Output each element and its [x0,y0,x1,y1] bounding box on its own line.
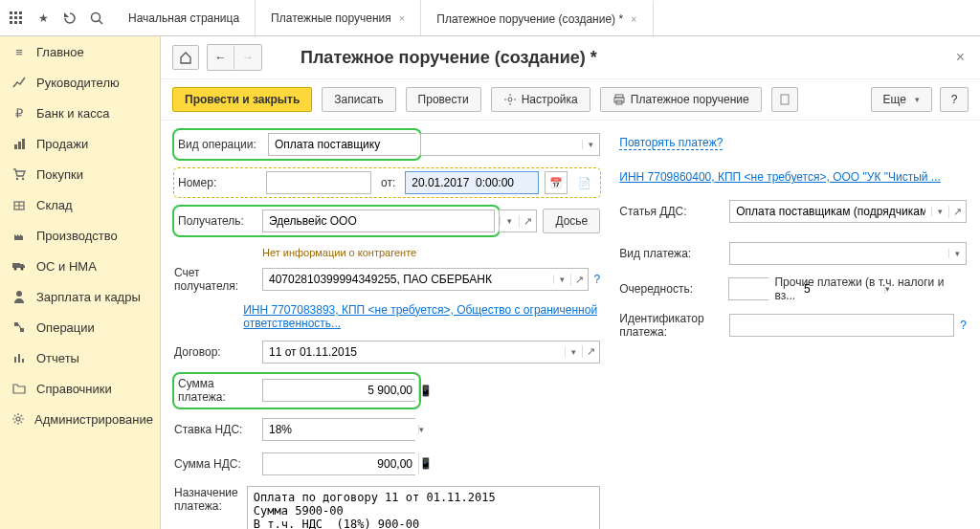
more-button[interactable]: Еще▾ [871,87,932,112]
sidebar-item-operations[interactable]: Операции [0,312,160,342]
help-icon[interactable]: ? [960,319,967,332]
paytype-label: Вид платежа: [619,247,729,260]
tab-label: Платежные поручения [271,11,391,25]
dropdown-icon[interactable]: ▾ [500,216,519,226]
menu-icon: ≡ [11,44,27,59]
from-label: от: [381,176,395,189]
op-ext-input[interactable] [421,134,582,155]
sidebar-item-label: Покупки [36,167,83,182]
recipient-input[interactable] [263,210,494,231]
chart-icon [11,75,27,90]
account-input[interactable] [263,269,553,290]
date-input[interactable] [405,171,539,194]
btn-label: Записать [334,93,383,106]
dropdown-icon[interactable]: ▾ [553,275,570,284]
open-icon[interactable]: ↗ [948,206,966,218]
home-button[interactable] [172,45,199,70]
close-button[interactable]: × [952,45,969,70]
sidebar-item-bank[interactable]: ₽Банк и касса [0,98,160,128]
sidebar-item-sales[interactable]: Продажи [0,128,160,159]
op-input[interactable] [269,134,424,155]
bankinfo-link[interactable]: ИНН 7707083893, КПП <не требуется>, Обще… [243,303,600,330]
calc-icon[interactable]: 📱 [418,380,433,401]
tab-payments[interactable]: Платежные поручения× [256,0,421,35]
dropdown-icon[interactable]: ▾ [418,425,424,434]
gear-icon [503,93,517,106]
sidebar-item-reports[interactable]: Отчеты [0,342,160,373]
btn-label: Досье [555,214,588,228]
repeat-link[interactable]: Повторять платеж? [619,136,723,150]
star-icon[interactable]: ★ [34,10,52,27]
toolbar: Провести и закрыть Записать Провести Нас… [161,79,980,121]
svg-point-22 [16,291,22,297]
help-icon[interactable]: ? [594,273,601,286]
tab-home[interactable]: Начальная страница [113,0,256,35]
svg-rect-27 [18,354,20,363]
doc-icon[interactable]: 📄 [573,171,596,194]
post-and-close-button[interactable]: Провести и закрыть [172,87,312,112]
payid-input[interactable] [729,314,954,337]
svg-rect-8 [19,21,22,24]
settings-button[interactable]: Настройка [491,87,590,112]
print-pp-button[interactable]: Платежное поручение [600,87,762,112]
chevron-down-icon: ▾ [915,95,920,104]
search-icon[interactable] [88,10,105,27]
sidebar-item-production[interactable]: Производство [0,220,160,251]
sidebar-item-assets[interactable]: ОС и НМА [0,251,160,281]
close-icon[interactable]: × [631,13,636,25]
vatsum-label: Сумма НДС: [174,457,262,471]
sidebar-item-manager[interactable]: Руководителю [0,67,160,98]
sum-input[interactable] [263,380,418,401]
svg-point-15 [22,178,24,180]
sidebar-item-warehouse[interactable]: Склад [0,189,160,220]
sidebar-item-label: Справочники [36,382,112,396]
bank-icon: ₽ [11,105,27,121]
svg-rect-7 [14,21,17,24]
vatrate-input[interactable] [263,419,418,440]
attach-button[interactable] [771,87,798,112]
dds-input[interactable] [730,201,931,222]
doc-header: ← → Платежное поручение (создание) * × [161,36,980,79]
orginfo-link[interactable]: ИНН 7709860400, КПП <не требуется>, ООО … [619,170,941,184]
calc-icon[interactable]: 📱 [418,453,433,474]
sidebar-item-main[interactable]: ≡Главное [0,36,160,67]
dropdown-icon[interactable]: ▾ [565,347,582,357]
calendar-icon[interactable]: 📅 [545,171,568,194]
svg-rect-4 [14,16,17,19]
open-icon[interactable]: ↗ [582,345,599,358]
dropdown-icon[interactable]: ▾ [582,140,599,149]
svg-point-9 [92,12,100,21]
dropdown-icon[interactable]: ▾ [931,207,948,216]
sidebar-item-admin[interactable]: Администрирование [0,404,160,434]
help-button[interactable]: ? [940,87,969,112]
purpose-textarea[interactable] [247,486,600,529]
post-button[interactable]: Провести [406,87,481,112]
close-icon[interactable]: × [399,12,405,24]
payid-label: Идентификатор платежа: [619,312,729,340]
svg-rect-2 [19,11,22,14]
svg-rect-5 [19,16,22,19]
number-input[interactable] [266,171,371,194]
save-button[interactable]: Записать [322,87,395,112]
vatsum-input[interactable] [263,453,418,474]
sidebar-item-catalogs[interactable]: Справочники [0,373,160,404]
topbar-icons: ★ [0,0,113,35]
dossier-button[interactable]: Досье [543,209,600,233]
recipient-label: Получатель: [178,214,258,228]
open-icon[interactable]: ↗ [519,215,536,228]
back-button[interactable]: ← [208,45,234,70]
paytype-input[interactable] [730,243,948,264]
sidebar-item-hr[interactable]: Зарплата и кадры [0,281,160,312]
tab-payment-create[interactable]: Платежное поручение (создание) *× [421,0,653,35]
sidebar-item-purchases[interactable]: Покупки [0,159,160,189]
svg-point-14 [16,178,18,180]
apps-icon[interactable] [8,10,25,27]
dropdown-icon[interactable]: ▾ [948,249,966,258]
svg-rect-19 [12,263,20,268]
folder-icon [11,381,27,396]
sidebar-item-label: Банк и касса [36,106,110,121]
contract-input[interactable] [263,342,565,363]
history-icon[interactable] [61,10,78,27]
forward-button[interactable]: → [234,45,261,70]
open-icon[interactable]: ↗ [570,274,588,286]
